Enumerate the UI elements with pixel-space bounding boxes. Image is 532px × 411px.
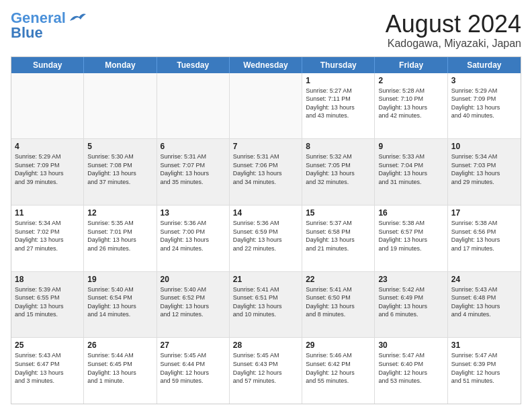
day-info-3-3: Sunrise: 5:41 AM Sunset: 6:51 PM Dayligh… (233, 285, 298, 319)
day-info-2-5: Sunrise: 5:38 AM Sunset: 6:57 PM Dayligh… (378, 219, 443, 253)
cal-cell-0-2 (157, 73, 230, 139)
day-info-3-1: Sunrise: 5:40 AM Sunset: 6:54 PM Dayligh… (87, 285, 152, 319)
day-number-2-1: 12 (87, 208, 152, 218)
header-friday: Friday (375, 57, 447, 73)
day-number-4-0: 25 (15, 340, 80, 350)
day-info-1-3: Sunrise: 5:31 AM Sunset: 7:06 PM Dayligh… (233, 152, 298, 186)
cal-cell-3-4: 22Sunrise: 5:41 AM Sunset: 6:50 PM Dayli… (302, 272, 375, 338)
day-info-1-4: Sunrise: 5:32 AM Sunset: 7:05 PM Dayligh… (306, 152, 371, 186)
day-number-2-2: 13 (161, 208, 226, 218)
cal-cell-3-6: 24Sunrise: 5:43 AM Sunset: 6:48 PM Dayli… (448, 272, 521, 338)
day-info-2-2: Sunrise: 5:36 AM Sunset: 7:00 PM Dayligh… (161, 219, 226, 253)
cal-cell-2-4: 15Sunrise: 5:37 AM Sunset: 6:58 PM Dayli… (302, 205, 375, 271)
day-number-2-0: 11 (15, 208, 80, 218)
day-info-2-4: Sunrise: 5:37 AM Sunset: 6:58 PM Dayligh… (306, 219, 371, 253)
day-info-1-2: Sunrise: 5:31 AM Sunset: 7:07 PM Dayligh… (161, 152, 226, 186)
calendar-body: 1Sunrise: 5:27 AM Sunset: 7:11 PM Daylig… (11, 73, 521, 404)
day-number-4-3: 28 (233, 340, 298, 350)
day-number-2-6: 17 (451, 208, 517, 218)
cal-cell-4-6: 31Sunrise: 5:47 AM Sunset: 6:39 PM Dayli… (448, 338, 521, 404)
cal-cell-3-0: 18Sunrise: 5:39 AM Sunset: 6:55 PM Dayli… (11, 272, 84, 338)
day-number-3-1: 19 (87, 275, 152, 284)
cal-row-2: 11Sunrise: 5:34 AM Sunset: 7:02 PM Dayli… (11, 205, 521, 271)
day-info-0-6: Sunrise: 5:29 AM Sunset: 7:09 PM Dayligh… (451, 87, 517, 120)
cal-cell-0-6: 3Sunrise: 5:29 AM Sunset: 7:09 PM Daylig… (448, 73, 521, 139)
day-info-4-1: Sunrise: 5:44 AM Sunset: 6:45 PM Dayligh… (87, 351, 152, 385)
day-number-0-6: 3 (451, 76, 517, 85)
cal-cell-4-1: 26Sunrise: 5:44 AM Sunset: 6:45 PM Dayli… (84, 338, 157, 404)
header-wednesday: Wednesday (230, 57, 302, 73)
cal-cell-0-4: 1Sunrise: 5:27 AM Sunset: 7:11 PM Daylig… (302, 73, 375, 139)
cal-cell-0-3 (230, 73, 302, 139)
cal-cell-0-0 (11, 73, 84, 139)
day-info-2-6: Sunrise: 5:38 AM Sunset: 6:56 PM Dayligh… (451, 219, 517, 253)
day-number-3-4: 22 (306, 275, 371, 284)
cal-cell-0-5: 2Sunrise: 5:28 AM Sunset: 7:10 PM Daylig… (375, 73, 447, 139)
cal-cell-4-4: 29Sunrise: 5:46 AM Sunset: 6:42 PM Dayli… (302, 338, 375, 404)
day-number-3-0: 18 (15, 275, 80, 284)
day-info-4-5: Sunrise: 5:47 AM Sunset: 6:40 PM Dayligh… (378, 351, 443, 385)
cal-cell-1-2: 6Sunrise: 5:31 AM Sunset: 7:07 PM Daylig… (157, 139, 230, 205)
day-number-0-5: 2 (378, 76, 443, 85)
cal-cell-3-3: 21Sunrise: 5:41 AM Sunset: 6:51 PM Dayli… (230, 272, 302, 338)
cal-cell-1-6: 10Sunrise: 5:34 AM Sunset: 7:03 PM Dayli… (448, 139, 521, 205)
logo-blue: Blue (11, 24, 43, 42)
cal-cell-3-5: 23Sunrise: 5:42 AM Sunset: 6:49 PM Dayli… (375, 272, 447, 338)
cal-cell-4-5: 30Sunrise: 5:47 AM Sunset: 6:40 PM Dayli… (375, 338, 447, 404)
day-number-3-5: 23 (378, 275, 443, 284)
cal-row-4: 25Sunrise: 5:43 AM Sunset: 6:47 PM Dayli… (11, 337, 521, 404)
cal-cell-3-1: 19Sunrise: 5:40 AM Sunset: 6:54 PM Dayli… (84, 272, 157, 338)
calendar: Sunday Monday Tuesday Wednesday Thursday… (11, 56, 521, 404)
cal-cell-4-2: 27Sunrise: 5:45 AM Sunset: 6:44 PM Dayli… (157, 338, 230, 404)
cal-cell-1-1: 5Sunrise: 5:30 AM Sunset: 7:08 PM Daylig… (84, 139, 157, 205)
cal-cell-4-3: 28Sunrise: 5:45 AM Sunset: 6:43 PM Dayli… (230, 338, 302, 404)
day-info-1-5: Sunrise: 5:33 AM Sunset: 7:04 PM Dayligh… (378, 152, 443, 186)
day-number-2-4: 15 (306, 208, 371, 218)
day-number-4-6: 31 (451, 340, 517, 350)
day-number-2-5: 16 (378, 208, 443, 218)
day-number-1-5: 9 (378, 142, 443, 151)
logo-text: General (11, 11, 66, 26)
cal-row-3: 18Sunrise: 5:39 AM Sunset: 6:55 PM Dayli… (11, 271, 521, 338)
page-subtitle: Kadogawa, Miyazaki, Japan (386, 38, 521, 50)
cal-cell-2-1: 12Sunrise: 5:35 AM Sunset: 7:01 PM Dayli… (84, 205, 157, 271)
day-number-2-3: 14 (233, 208, 298, 218)
cal-cell-2-6: 17Sunrise: 5:38 AM Sunset: 6:56 PM Dayli… (448, 205, 521, 271)
day-info-4-0: Sunrise: 5:43 AM Sunset: 6:47 PM Dayligh… (15, 351, 80, 385)
day-info-1-6: Sunrise: 5:34 AM Sunset: 7:03 PM Dayligh… (451, 152, 517, 186)
header-saturday: Saturday (448, 57, 521, 73)
day-number-3-6: 24 (451, 275, 517, 284)
cal-cell-2-2: 13Sunrise: 5:36 AM Sunset: 7:00 PM Dayli… (157, 205, 230, 271)
day-info-3-0: Sunrise: 5:39 AM Sunset: 6:55 PM Dayligh… (15, 285, 80, 319)
day-number-3-3: 21 (233, 275, 298, 284)
day-number-1-3: 7 (233, 142, 298, 151)
day-info-3-4: Sunrise: 5:41 AM Sunset: 6:50 PM Dayligh… (306, 285, 371, 319)
day-number-1-6: 10 (451, 142, 517, 151)
logo: General Blue (11, 11, 87, 42)
cal-cell-1-5: 9Sunrise: 5:33 AM Sunset: 7:04 PM Daylig… (375, 139, 447, 205)
day-number-3-2: 20 (161, 275, 226, 284)
header-tuesday: Tuesday (157, 57, 230, 73)
day-info-0-4: Sunrise: 5:27 AM Sunset: 7:11 PM Dayligh… (306, 87, 371, 120)
day-number-1-4: 8 (306, 142, 371, 151)
day-number-1-0: 4 (15, 142, 80, 151)
day-info-1-0: Sunrise: 5:29 AM Sunset: 7:09 PM Dayligh… (15, 152, 80, 186)
header-thursday: Thursday (302, 57, 375, 73)
cal-cell-4-0: 25Sunrise: 5:43 AM Sunset: 6:47 PM Dayli… (11, 338, 84, 404)
header-sunday: Sunday (11, 57, 84, 73)
page-title: August 2024 (386, 11, 521, 38)
day-info-3-5: Sunrise: 5:42 AM Sunset: 6:49 PM Dayligh… (378, 285, 443, 319)
cal-cell-2-0: 11Sunrise: 5:34 AM Sunset: 7:02 PM Dayli… (11, 205, 84, 271)
header-monday: Monday (84, 57, 157, 73)
cal-cell-2-3: 14Sunrise: 5:36 AM Sunset: 6:59 PM Dayli… (230, 205, 302, 271)
cal-row-1: 4Sunrise: 5:29 AM Sunset: 7:09 PM Daylig… (11, 138, 521, 205)
page-container: General Blue August 2024 Kadogawa, Miyaz… (0, 0, 532, 411)
day-number-1-1: 5 (87, 142, 152, 151)
day-info-2-1: Sunrise: 5:35 AM Sunset: 7:01 PM Dayligh… (87, 219, 152, 253)
cal-cell-1-4: 8Sunrise: 5:32 AM Sunset: 7:05 PM Daylig… (302, 139, 375, 205)
day-number-0-4: 1 (306, 76, 371, 85)
day-info-0-5: Sunrise: 5:28 AM Sunset: 7:10 PM Dayligh… (378, 87, 443, 120)
cal-cell-2-5: 16Sunrise: 5:38 AM Sunset: 6:57 PM Dayli… (375, 205, 447, 271)
day-info-4-2: Sunrise: 5:45 AM Sunset: 6:44 PM Dayligh… (161, 351, 226, 385)
day-info-2-0: Sunrise: 5:34 AM Sunset: 7:02 PM Dayligh… (15, 219, 80, 253)
